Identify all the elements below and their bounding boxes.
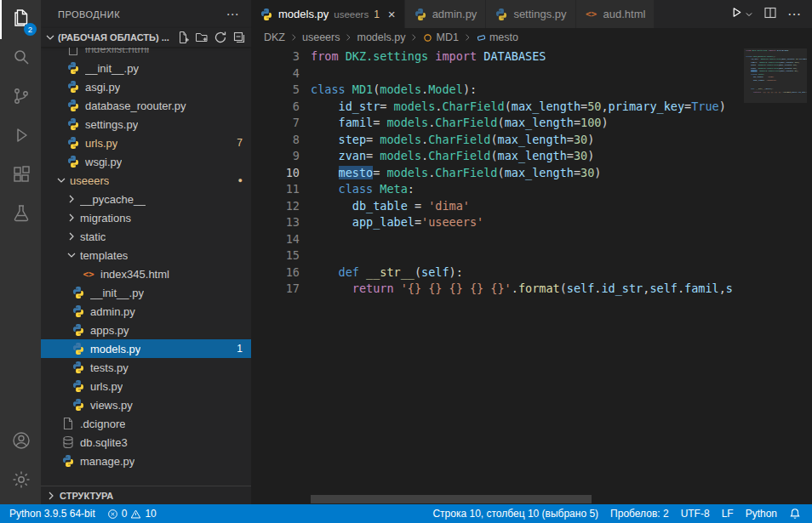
activity-item-settings[interactable] xyxy=(0,462,41,501)
horizontal-scrollbar[interactable] xyxy=(311,495,592,503)
line-number[interactable]: 16 xyxy=(251,264,300,281)
activity-item-account[interactable] xyxy=(0,423,41,462)
line-number[interactable]: 14 xyxy=(251,231,300,248)
code-line-11: 11 class Meta: xyxy=(251,181,741,198)
run-python-file-button[interactable] xyxy=(730,6,753,22)
line-number[interactable]: 17 xyxy=(251,281,300,298)
workspace-section-header[interactable]: (РАБОЧАЯ ОБЛАСТЬ) ... xyxy=(41,28,251,47)
problems-badge: 1 xyxy=(237,343,243,355)
more-actions-icon[interactable]: ⋯ xyxy=(226,7,240,22)
tab-models.py[interactable]: models.pyuseeers1× xyxy=(251,0,405,28)
tree-item-label: urls.py xyxy=(90,380,123,393)
python-icon xyxy=(260,8,273,21)
explorer-actions xyxy=(175,31,246,45)
tree-item-db.sqlite3[interactable]: db.sqlite3 xyxy=(41,433,251,452)
tree-item-.dcignore[interactable]: .dcignore xyxy=(41,414,251,433)
tree-item-label: database_roouter.py xyxy=(85,99,186,112)
tree-item-label: admin.py xyxy=(90,305,135,318)
status-cursor-position[interactable]: Строка 10, столбец 10 (выбрано 5) xyxy=(426,504,604,523)
code-editor[interactable]: 3from DKZ.settings import DATABASES45cla… xyxy=(251,47,812,504)
tab-settings.py[interactable]: settings.py xyxy=(486,0,575,28)
main-area: 2 ПРОВОДНИК ⋯ (РАБОЧАЯ ОБЛАСТЬ) ... inde… xyxy=(0,0,812,504)
tree-item-static[interactable]: static xyxy=(41,227,251,246)
refresh-icon[interactable] xyxy=(213,31,227,45)
code-area[interactable]: 3from DKZ.settings import DATABASES45cla… xyxy=(251,48,741,504)
breadcrumb-separator-icon xyxy=(462,32,472,43)
breadcrumb-DKZ[interactable]: DKZ xyxy=(264,31,285,43)
status-eol[interactable]: LF xyxy=(716,504,740,523)
minimap[interactable]: from DKZ.settings import DATABASESclass … xyxy=(744,48,807,492)
outline-section-header[interactable]: СТРУКТУРА xyxy=(41,486,251,504)
python-icon xyxy=(66,99,80,112)
activity-item-search[interactable] xyxy=(0,39,41,78)
status-bar-right: Строка 10, столбец 10 (выбрано 5)Пробело… xyxy=(426,504,807,523)
collapse-all-icon[interactable] xyxy=(232,31,246,45)
tree-item-apps.py[interactable]: apps.py xyxy=(41,321,251,339)
tree-item-label: models.py xyxy=(90,343,140,355)
code-text: app_label='useeers' xyxy=(744,78,777,81)
line-number[interactable]: 15 xyxy=(251,247,300,264)
tree-item-index345.html[interactable]: <>index345.html xyxy=(41,264,251,283)
tree-item-database_roouter.py[interactable]: database_roouter.py xyxy=(41,96,251,115)
line-number[interactable]: 12 xyxy=(251,198,300,215)
tab-aud.html[interactable]: <>aud.html xyxy=(576,0,655,28)
line-number[interactable]: 4 xyxy=(251,65,300,82)
tree-item-urls.py[interactable]: urls.py7 xyxy=(41,134,251,152)
line-number[interactable]: 8 xyxy=(251,132,300,149)
close-icon[interactable]: × xyxy=(388,8,396,20)
status-problems[interactable]: 010 xyxy=(101,504,163,523)
tree-item-settings.py[interactable]: settings.py xyxy=(41,115,251,134)
split-editor-button[interactable] xyxy=(763,6,777,23)
tree-item-urls.py[interactable]: urls.py xyxy=(41,377,251,395)
activity-item-run-debug[interactable] xyxy=(0,117,41,156)
status-indentation[interactable]: Пробелов: 2 xyxy=(604,504,675,523)
breadcrumb-models.py[interactable]: models.py xyxy=(357,31,405,43)
activity-item-source-control[interactable] xyxy=(0,78,41,117)
code-line-7: 7 famil= models.CharField(max_length=100… xyxy=(251,115,741,132)
activity-item-testing[interactable] xyxy=(0,196,41,235)
code-line-4: 4 xyxy=(251,65,741,82)
code-line-17: 17 return '{} {} {} {} {}'.format(self.i… xyxy=(251,281,741,298)
tree-item-views.py[interactable]: views.py xyxy=(41,395,251,414)
new-file-icon[interactable] xyxy=(175,31,190,45)
tree-item-__pycache__[interactable]: __pycache__ xyxy=(41,190,251,208)
status-python-interpreter[interactable]: Python 3.9.5 64-bit xyxy=(3,504,101,523)
tree-item-indexlist.html[interactable]: indexlist.html xyxy=(41,48,251,59)
tree-item-templates[interactable]: templates xyxy=(41,246,251,264)
line-number[interactable]: 6 xyxy=(251,99,300,116)
status-notifications[interactable] xyxy=(783,504,807,523)
more-actions-button[interactable]: ⋯ xyxy=(787,6,802,22)
breadcrumb-mesto[interactable]: mesto xyxy=(476,31,518,43)
tree-item-tests.py[interactable]: tests.py xyxy=(41,358,251,377)
editor-actions: ⋯ xyxy=(730,0,812,28)
activity-bar-bottom xyxy=(0,423,41,501)
tree-item-asgi.py[interactable]: asgi.py xyxy=(41,77,251,96)
tree-item-migrations[interactable]: migrations xyxy=(41,208,251,227)
tree-item-wsgi.py[interactable]: wsgi.py xyxy=(41,152,251,171)
line-number[interactable]: 7 xyxy=(251,115,300,132)
line-number[interactable]: 11 xyxy=(251,181,300,198)
python-icon xyxy=(71,304,85,318)
breadcrumb-useeers[interactable]: useeers xyxy=(302,31,340,43)
new-folder-icon[interactable] xyxy=(194,31,209,45)
tree-item-__init__.py[interactable]: __init__.py xyxy=(41,283,251,302)
activity-item-explorer[interactable]: 2 xyxy=(0,0,41,39)
tree-item-useeers[interactable]: useeers● xyxy=(41,171,251,190)
line-number[interactable]: 5 xyxy=(251,82,300,99)
code-line-5: 5class MD1(models.Model): xyxy=(251,82,741,99)
status-encoding[interactable]: UTF-8 xyxy=(675,504,716,523)
line-number[interactable]: 10 xyxy=(251,165,300,182)
error-count: 0 xyxy=(122,508,128,520)
tree-item-__init__.py[interactable]: __init__.py xyxy=(41,59,251,77)
tree-item-admin.py[interactable]: admin.py xyxy=(41,302,251,321)
line-number[interactable]: 13 xyxy=(251,214,300,231)
line-number[interactable]: 9 xyxy=(251,148,300,165)
breadcrumb-MD1[interactable]: MD1 xyxy=(422,31,458,43)
activity-item-extensions[interactable] xyxy=(0,156,41,196)
tree-item-models.py[interactable]: models.py1 xyxy=(41,339,251,358)
tree-item-manage.py[interactable]: manage.py xyxy=(41,452,251,470)
code-text: step= models.CharField(max_length=30) xyxy=(300,132,594,149)
status-language-mode[interactable]: Python xyxy=(740,504,783,523)
tab-admin.py[interactable]: admin.py xyxy=(405,0,487,28)
line-number[interactable]: 3 xyxy=(251,48,300,65)
